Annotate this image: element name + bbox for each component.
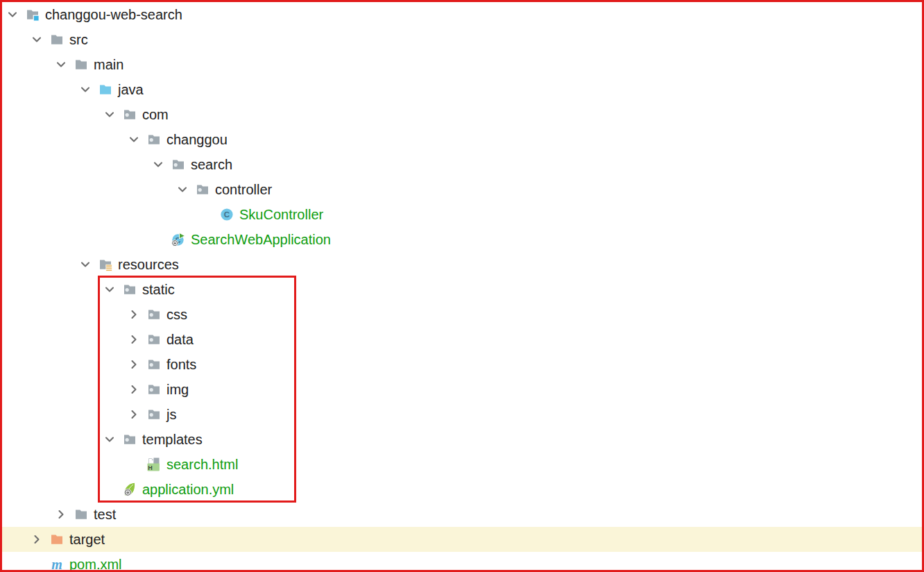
package-folder-icon [123,432,142,446]
tree-item-label: main [94,57,123,73]
package-folder-icon [147,333,166,346]
chevron-right-icon[interactable] [128,333,147,346]
folder-icon [74,507,94,521]
tree-item-java[interactable]: java [2,77,922,102]
tree-item-com[interactable]: com [2,102,922,127]
chevron-down-icon[interactable] [55,58,74,72]
chevron-down-icon[interactable] [103,108,123,121]
spring-boot-application-icon: C [171,233,191,246]
package-folder-icon [147,308,166,321]
tree-item-label: css [166,307,187,323]
tree-item-target[interactable]: target [2,527,922,552]
tree-item-skucontroller[interactable]: CSkuController [2,202,922,227]
chevron-down-icon[interactable] [152,158,171,171]
tree-item-label: search.html [166,457,238,473]
svg-text:C: C [224,210,230,219]
svg-text:m: m [51,557,62,571]
tree-item-fonts[interactable]: fonts [2,352,922,377]
svg-text:H: H [148,464,153,471]
tree-item-img[interactable]: img [2,377,922,402]
tree-item-changgou-web-search[interactable]: changgou-web-search [2,2,922,27]
tree-item-static[interactable]: static [2,277,922,302]
chevron-down-icon[interactable] [79,258,99,271]
package-folder-icon [147,133,166,146]
tree-item-label: target [69,532,105,548]
tree-item-pom-xml[interactable]: mpom.xml [2,552,922,572]
chevron-down-icon[interactable] [79,83,99,96]
chevron-down-icon[interactable] [128,133,147,146]
tree-item-label: js [166,407,176,423]
project-folder-icon [26,8,45,22]
tree-item-label: img [166,382,189,398]
tree-item-js[interactable]: js [2,402,922,427]
tree-item-css[interactable]: css [2,302,922,327]
chevron-down-icon[interactable] [6,8,26,22]
tree-item-label: application.yml [142,482,234,498]
tree-item-test[interactable]: test [2,502,922,527]
tree-item-label: data [166,332,194,348]
chevron-placeholder [103,482,123,496]
ide-project-tree-panel: changgou-web-searchsrcmainjavacomchanggo… [0,0,924,572]
tree-item-label: templates [142,432,203,448]
tree-item-label: com [142,107,169,123]
tree-item-search-html[interactable]: Hsearch.html [2,452,922,477]
tree-item-search[interactable]: search [2,152,922,177]
package-folder-icon [196,183,215,196]
tree-item-label: changgou [166,132,228,148]
package-folder-icon [123,108,142,121]
java-class-icon: C [220,208,239,221]
chevron-right-icon[interactable] [128,382,147,396]
tree-item-label: SearchWebApplication [191,232,331,248]
resources-root-folder-icon [99,258,118,271]
chevron-down-icon[interactable] [176,183,196,196]
tree-item-src[interactable]: src [2,27,922,52]
tree-item-application-yml[interactable]: application.yml [2,477,922,502]
package-folder-icon [123,283,142,296]
chevron-placeholder [152,233,171,246]
tree-item-data[interactable]: data [2,327,922,352]
chevron-right-icon[interactable] [31,532,50,546]
tree-item-label: changgou-web-search [45,7,182,23]
package-folder-icon [171,158,191,171]
tree-item-searchwebapplication[interactable]: CSearchWebApplication [2,227,922,252]
tree-item-label: src [69,32,88,48]
chevron-placeholder [128,457,147,471]
package-folder-icon [147,407,166,421]
maven-file-icon: m [50,557,69,571]
tree-item-label: java [118,82,144,98]
project-tree: changgou-web-searchsrcmainjavacomchanggo… [2,2,922,572]
chevron-down-icon[interactable] [103,432,123,446]
spring-config-file-icon [123,482,142,496]
chevron-down-icon[interactable] [31,33,50,47]
folder-icon [50,33,69,47]
tree-item-label: search [191,157,232,173]
tree-item-label: controller [215,182,272,198]
tree-item-label: test [94,507,116,523]
tree-item-label: pom.xml [69,557,122,572]
tree-item-label: SkuController [239,207,323,223]
excluded-folder-icon [50,532,69,546]
tree-item-label: static [142,282,175,298]
package-folder-icon [147,358,166,371]
tree-item-changgou[interactable]: changgou [2,127,922,152]
html-file-icon: H [147,457,166,471]
sources-root-folder-icon [99,83,118,96]
tree-item-controller[interactable]: controller [2,177,922,202]
chevron-right-icon[interactable] [128,308,147,321]
chevron-placeholder [200,208,220,221]
chevron-down-icon[interactable] [103,283,123,296]
tree-item-main[interactable]: main [2,52,922,77]
chevron-placeholder [31,557,50,571]
chevron-right-icon[interactable] [55,507,74,521]
folder-icon [74,58,94,72]
tree-item-templates[interactable]: templates [2,427,922,452]
chevron-right-icon[interactable] [128,407,147,421]
tree-item-label: resources [118,257,179,273]
chevron-right-icon[interactable] [128,358,147,371]
tree-item-resources[interactable]: resources [2,252,922,277]
tree-item-label: fonts [166,357,196,373]
package-folder-icon [147,382,166,396]
